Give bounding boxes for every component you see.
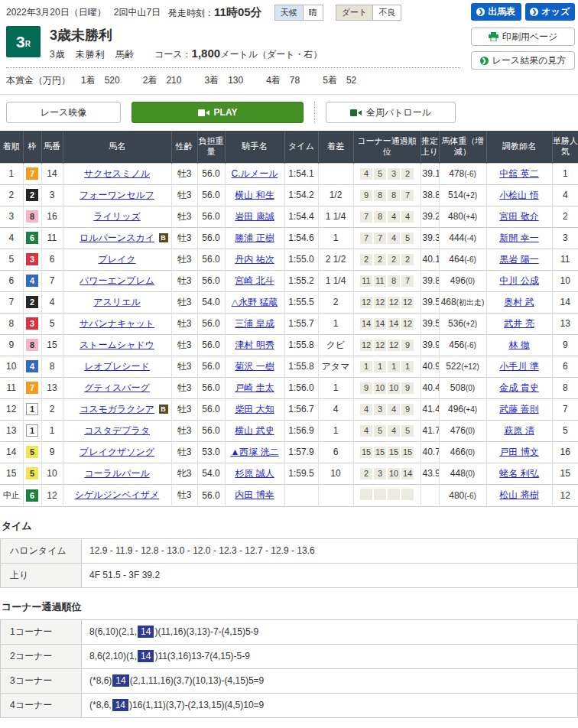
win-popularity: 9 bbox=[552, 334, 578, 356]
race-date: 2022年3月20日（日曜） bbox=[6, 6, 106, 19]
finish-time: 1:56.7 bbox=[284, 398, 318, 420]
jockey-link[interactable]: 横山 武史 bbox=[235, 425, 274, 436]
horse-name-link[interactable]: コスモガラクシア bbox=[80, 404, 154, 414]
trainer-link[interactable]: 武藤 善則 bbox=[499, 404, 538, 414]
jockey-link[interactable]: 柴田 大知 bbox=[235, 404, 274, 414]
jockey-link[interactable]: ▲西塚 洸二 bbox=[230, 447, 278, 457]
jockey-link[interactable]: 戸崎 圭太 bbox=[235, 382, 274, 393]
horse-name-link[interactable]: ロルバーンスカイ bbox=[80, 232, 154, 243]
frame-number: 5 bbox=[26, 446, 38, 458]
horse-name-link[interactable]: コスタデプラタ bbox=[84, 425, 150, 436]
col-header: コーナー通過順位 bbox=[353, 131, 421, 163]
horse-name-cell: サバンナキャット bbox=[63, 313, 171, 334]
weight-carried: 56.0 bbox=[197, 334, 225, 356]
jockey-link[interactable]: C.ルメール bbox=[232, 168, 278, 179]
lap-time-table: ハロンタイム12.9 - 11.9 - 12.8 - 13.0 - 12.0 -… bbox=[0, 538, 578, 588]
trainer-link[interactable]: 萩原 清 bbox=[504, 425, 534, 436]
jockey-link[interactable]: 横山 和生 bbox=[235, 190, 274, 200]
trainer-link[interactable]: 林 徹 bbox=[508, 340, 529, 350]
corner-positions: 14141412 bbox=[353, 313, 421, 334]
horse-name-link[interactable]: フォーワンセルフ bbox=[80, 190, 154, 200]
corner-row-value: 8(6,10)(2,1,14)(11,16)(3,13)-7-(4,15)5-9 bbox=[82, 619, 578, 644]
trainer-link[interactable]: 金成 貴史 bbox=[499, 382, 538, 393]
trainer-link[interactable]: 小手川 準 bbox=[499, 361, 538, 372]
trainer-link[interactable]: 中川 公成 bbox=[499, 275, 538, 286]
finish-time: 1:54.2 bbox=[284, 184, 318, 206]
trainer-link[interactable]: 新開 幸一 bbox=[499, 232, 538, 243]
jockey-link[interactable]: 岩田 康誠 bbox=[235, 211, 274, 222]
trainer-link[interactable]: 奥村 武 bbox=[504, 297, 534, 307]
patrol-video-button[interactable]: 全周パトロール bbox=[326, 102, 456, 123]
horse-name-link[interactable]: ライリッズ bbox=[93, 211, 140, 222]
frame-cell: 7 bbox=[23, 163, 41, 184]
divider bbox=[314, 102, 315, 123]
table-row: 15510コーラルパール牝354.0杉原 誠人1:59.51023101443.… bbox=[0, 463, 578, 484]
horse-name-link[interactable]: レオプレシード bbox=[84, 361, 150, 372]
corner-position-box: 12 bbox=[388, 297, 400, 308]
win-popularity: 3 bbox=[552, 227, 578, 249]
horse-weight-diff: (+2) bbox=[463, 191, 477, 200]
trainer-link[interactable]: 宮田 敬介 bbox=[499, 211, 538, 222]
blinker-badge: B bbox=[159, 233, 168, 242]
table-row: 4コーナー(*8,6,14)16(1,11)(3,7)-(2,13,15)(4,… bbox=[1, 693, 578, 717]
trainer-link[interactable]: 蛯名 利弘 bbox=[499, 468, 538, 479]
prize-label: 本賞金（万円） bbox=[6, 75, 70, 86]
table-row: 1048レオプレシード牡356.0菊沢 一樹1:55.8アタマ111140.95… bbox=[0, 356, 578, 377]
video-toolbar: レース映像 PLAY 全周パトロール bbox=[0, 95, 578, 131]
corner-position-box: 2 bbox=[388, 254, 400, 265]
start-time-value: 11時05分 bbox=[214, 5, 262, 18]
horse-name-link[interactable]: シゲルジンベイザメ bbox=[75, 489, 160, 500]
print-page-button[interactable]: 印刷用ページ bbox=[471, 28, 575, 46]
trainer-link[interactable]: 松山 将樹 bbox=[499, 489, 538, 500]
frame-cell: 6 bbox=[23, 484, 41, 506]
table-row: 2コーナー8,6(2,10)(1,14)11(3,16)13-7(4,15)-5… bbox=[1, 644, 578, 668]
result-guide-button[interactable]: ❯ レース結果の見方 bbox=[471, 51, 575, 70]
margin bbox=[318, 484, 353, 506]
jockey-link[interactable]: 丹内 祐次 bbox=[235, 254, 274, 265]
odds-button[interactable]: ❯ オッズ bbox=[525, 3, 576, 21]
horse-name-cell: ストームシャドウ bbox=[63, 334, 171, 356]
horse-name-link[interactable]: サクセスミノル bbox=[84, 168, 150, 179]
horse-name-link[interactable]: ブレイクザソング bbox=[80, 447, 154, 457]
jockey-link[interactable]: 杉原 誠人 bbox=[235, 468, 274, 479]
trainer-link[interactable]: 小桧山 悟 bbox=[499, 190, 538, 200]
trainer-link[interactable]: 武井 亮 bbox=[504, 318, 534, 329]
start-time-block: 発走時刻：11時05分 bbox=[168, 5, 262, 20]
table-row: 835サバンナキャット牡356.0三浦 皇成1:55.711414141239.… bbox=[0, 313, 578, 334]
table-row: 11713グティスバーグ牡356.0戸崎 圭太1:56.0191010940.4… bbox=[0, 377, 578, 398]
horse-name-link[interactable]: サバンナキャット bbox=[80, 318, 154, 329]
jockey-link[interactable]: 菊沢 一樹 bbox=[235, 361, 274, 372]
jockey-link[interactable]: 勝浦 正樹 bbox=[235, 232, 274, 243]
trainer-link[interactable]: 中舘 英二 bbox=[499, 168, 538, 179]
horse-number: 8 bbox=[41, 356, 63, 377]
play-button[interactable]: PLAY bbox=[132, 102, 304, 123]
trainer-link[interactable]: 戸田 博文 bbox=[499, 447, 538, 457]
horse-name-link[interactable]: ストームシャドウ bbox=[80, 340, 154, 350]
corner-position-box: 1 bbox=[360, 361, 372, 372]
prize-item: 3着130 bbox=[204, 75, 266, 86]
corner-positions: 12121212 bbox=[353, 291, 421, 313]
horse-name-link[interactable]: アスリエル bbox=[93, 297, 140, 307]
race-video-button[interactable]: レース映像 bbox=[6, 102, 121, 123]
jockey-link[interactable]: 津村 明秀 bbox=[235, 340, 274, 350]
win-popularity: 6 bbox=[552, 356, 578, 377]
corner-position-box: 8 bbox=[374, 211, 386, 223]
jockey-link[interactable]: 三浦 皇成 bbox=[235, 318, 274, 329]
horse-name-link[interactable]: コーラルパール bbox=[84, 468, 149, 479]
entries-button[interactable]: ❯ 出馬表 bbox=[471, 3, 521, 21]
trainer-cell: 武藤 善則 bbox=[486, 398, 552, 420]
table-row: 1212コスモガラクシアB牡356.0柴田 大知1:56.74434941.44… bbox=[0, 398, 578, 420]
horse-name-link[interactable]: グティスバーグ bbox=[84, 382, 150, 393]
margin: アタマ bbox=[318, 356, 353, 377]
jockey-link[interactable]: 宮崎 北斗 bbox=[235, 275, 274, 286]
horse-weight: 496(0) bbox=[439, 270, 486, 291]
trainer-cell: 小桧山 悟 bbox=[486, 184, 552, 206]
jockey-link[interactable]: △永野 猛蔵 bbox=[232, 297, 278, 307]
trainer-link[interactable]: 黒岩 陽一 bbox=[499, 254, 538, 265]
weight-carried: 54.0 bbox=[197, 463, 225, 484]
prize-item: 2着210 bbox=[143, 75, 205, 86]
frame-cell: 2 bbox=[23, 184, 41, 206]
horse-name-link[interactable]: ブレイク bbox=[98, 254, 135, 265]
horse-name-link[interactable]: パワーエンブレム bbox=[80, 275, 154, 286]
jockey-link[interactable]: 内田 博幸 bbox=[235, 489, 274, 500]
